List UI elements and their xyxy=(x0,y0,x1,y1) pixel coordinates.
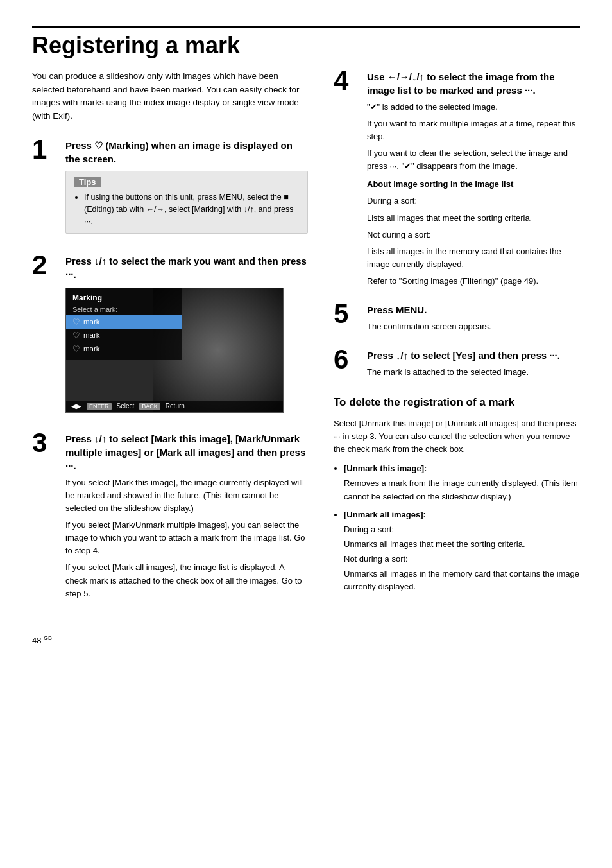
step-5-content: Press MENU. The confirmation screen appe… xyxy=(367,303,580,337)
unmark-all-not-during: Not during a sort: xyxy=(344,553,580,566)
unmark-all-during-desc: Unmarks all images that meet the sorting… xyxy=(344,538,580,551)
step-4: 4 Use ←/→/↓/↑ to select the image from t… xyxy=(334,70,580,292)
menu-item-2-label: mark xyxy=(83,331,100,339)
menu-item-3: ♡ mark xyxy=(66,342,182,356)
step-3-title: Press ↓/↑ to select [Mark this image], [… xyxy=(65,432,308,473)
tips-item-1: If using the buttons on this unit, press… xyxy=(84,191,300,227)
menu-item-3-label: mark xyxy=(83,345,100,352)
unmark-all-during: During a sort: xyxy=(344,523,580,537)
unmark-this-desc: Removes a mark from the image currently … xyxy=(344,477,580,504)
enter-label: ENTER xyxy=(87,403,112,410)
step-3-para-3: If you select [Mark all images], the ima… xyxy=(65,561,308,600)
step-5-para: The confirmation screen appears. xyxy=(367,320,580,333)
select-text: Select xyxy=(117,403,135,410)
step-6: 6 Press ↓/↑ to select [Yes] and then pre… xyxy=(334,349,580,383)
menu-title: Marking xyxy=(66,292,182,305)
unmark-all-not-during-desc: Unmarks all images in the memory card th… xyxy=(344,568,580,595)
step-4-number: 4 xyxy=(334,67,359,94)
step-6-body: The mark is attached to the selected ima… xyxy=(367,366,580,379)
step-5-number: 5 xyxy=(334,300,359,327)
right-column: 4 Use ←/→/↓/↑ to select the image from t… xyxy=(334,70,580,616)
back-label: BACK xyxy=(139,403,160,410)
heart-icon-3: ♡ xyxy=(72,344,80,354)
step-1-number: 1 xyxy=(32,136,58,163)
delete-section-heading: To delete the registration of a mark xyxy=(334,396,580,412)
step-6-content: Press ↓/↑ to select [Yes] and then press… xyxy=(367,349,580,383)
unmark-all-label: [Unmark all images]: xyxy=(344,510,426,519)
menu-subtitle: Select a mark: xyxy=(66,305,182,314)
tips-box: Tips If using the buttons on this unit, … xyxy=(65,171,308,233)
screen-menu-overlay: Marking Select a mark: ♡ mark ♡ mark xyxy=(66,288,182,360)
step-2-content: Press ↓/↑ to select the mark you want an… xyxy=(65,254,308,421)
tips-list: If using the buttons on this unit, press… xyxy=(84,191,300,227)
unmark-this-label: [Unmark this image]: xyxy=(344,464,427,473)
screen-bottom-bar: ◀▶ ENTER Select BACK Return xyxy=(66,401,283,412)
step-3-content: Press ↓/↑ to select [Mark this image], [… xyxy=(65,432,308,604)
step-4-para-2: If you want to mark multiple images at a… xyxy=(367,117,580,143)
intro-text: You can produce a slideshow only with im… xyxy=(32,70,308,124)
step-4-subhead: About image sorting in the image list xyxy=(367,178,580,191)
step-6-number: 6 xyxy=(334,346,359,373)
delete-bullets: [Unmark this image]: Removes a mark from… xyxy=(344,462,580,594)
menu-item-1: ♡ mark xyxy=(66,315,182,329)
tips-label: Tips xyxy=(74,177,101,187)
step-2: 2 Press ↓/↑ to select the mark you want … xyxy=(32,254,308,421)
step-2-number: 2 xyxy=(32,252,58,279)
step-4-content: Use ←/→/↓/↑ to select the image from the… xyxy=(367,70,580,292)
delete-bullet-1: [Unmark this image]: Removes a mark from… xyxy=(344,462,580,503)
return-text: Return xyxy=(166,403,185,410)
step-1-content: Press ♡ (Marking) when an image is displ… xyxy=(65,139,308,242)
step-4-refer: Refer to "Sorting images (Filtering)" (p… xyxy=(367,275,580,288)
heart-icon-1: ♡ xyxy=(72,317,80,327)
step-3-para-2: If you select [Mark/Unmark multiple imag… xyxy=(65,519,308,557)
step-4-not-during-desc: Lists all images in the memory card that… xyxy=(367,245,580,271)
step-1: 1 Press ♡ (Marking) when an image is dis… xyxy=(32,139,308,242)
step-6-title: Press ↓/↑ to select [Yes] and then press… xyxy=(367,349,580,362)
page-title: Registering a mark xyxy=(32,26,580,58)
delete-bullet-2: [Unmark all images]: During a sort: Unma… xyxy=(344,508,580,594)
footer-page: 48 xyxy=(32,636,41,645)
step-6-para: The mark is attached to the selected ima… xyxy=(367,366,580,379)
nav-icon: ◀▶ xyxy=(71,403,81,410)
step-4-title: Use ←/→/↓/↑ to select the image from the… xyxy=(367,70,580,97)
step-4-during-sort: During a sort: xyxy=(367,195,580,207)
step-4-during-sort-desc: Lists all images that meet the sorting c… xyxy=(367,212,580,225)
delete-intro: Select [Unmark this image] or [Unmark al… xyxy=(334,417,580,456)
menu-item-2: ♡ mark xyxy=(66,329,182,342)
step-5-title: Press MENU. xyxy=(367,303,580,317)
step-4-not-during-sort: Not during a sort: xyxy=(367,229,580,241)
page-container: Registering a mark You can produce a sli… xyxy=(32,26,580,645)
heart-icon-2: ♡ xyxy=(72,331,80,340)
step-1-title: Press ♡ (Marking) when an image is displ… xyxy=(65,139,308,166)
step-5: 5 Press MENU. The confirmation screen ap… xyxy=(334,303,580,337)
step-5-body: The confirmation screen appears. xyxy=(367,320,580,333)
step-4-body: "✔" is added to the selected image. If y… xyxy=(367,101,580,288)
screen-mockup: Marking Select a mark: ♡ mark ♡ mark xyxy=(65,288,284,413)
footer-locale: GB xyxy=(44,635,52,641)
step-2-title: Press ↓/↑ to select the mark you want an… xyxy=(65,254,308,281)
left-column: You can produce a slideshow only with im… xyxy=(32,70,308,616)
page-footer: 48 GB xyxy=(32,635,580,645)
step-3-number: 3 xyxy=(32,430,58,456)
step-3: 3 Press ↓/↑ to select [Mark this image],… xyxy=(32,432,308,604)
menu-item-1-label: mark xyxy=(83,318,100,326)
step-3-body: If you select [Mark this image], the ima… xyxy=(65,476,308,600)
step-4-para-3: If you want to clear the selection, sele… xyxy=(367,147,580,173)
step-4-para-1: "✔" is added to the selected image. xyxy=(367,101,580,114)
step-3-para-1: If you select [Mark this image], the ima… xyxy=(65,476,308,515)
